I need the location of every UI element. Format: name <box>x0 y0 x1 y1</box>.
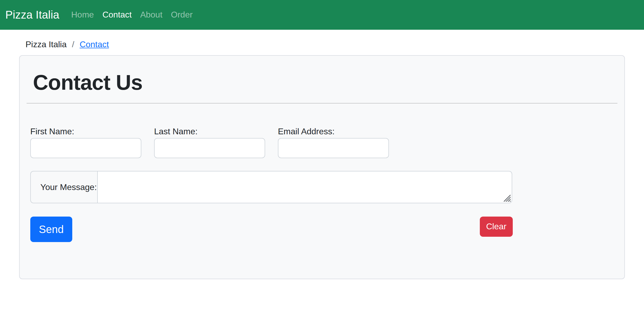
first-name-input[interactable] <box>30 138 141 158</box>
message-textarea[interactable] <box>97 171 512 203</box>
name-email-row: First Name: Last Name: Email Address: <box>30 125 624 158</box>
buttons-row: Send Clear <box>30 217 513 242</box>
resize-handle-icon[interactable] <box>504 195 511 202</box>
breadcrumb-separator: / <box>72 38 74 51</box>
first-name-label: First Name: <box>30 125 141 138</box>
nav-link-about[interactable]: About <box>136 6 167 24</box>
breadcrumb: Pizza Italia / Contact <box>19 38 625 51</box>
message-textarea-wrap <box>97 171 512 203</box>
contact-card: Contact Us First Name: Last Name: Email … <box>19 55 625 279</box>
message-label: Your Message: <box>30 171 98 203</box>
breadcrumb-current-link[interactable]: Contact <box>80 38 109 51</box>
last-name-input[interactable] <box>154 138 265 158</box>
page: Pizza Italia Home Contact About Order Pi… <box>0 0 644 336</box>
contact-form: First Name: Last Name: Email Address: Yo… <box>20 125 624 242</box>
nav-link-home[interactable]: Home <box>67 6 98 24</box>
nav-item-contact: Contact <box>98 6 136 24</box>
nav-item-about: About <box>136 6 167 24</box>
email-group: Email Address: <box>278 125 389 158</box>
breadcrumb-root: Pizza Italia <box>26 38 67 51</box>
send-button[interactable]: Send <box>30 217 72 242</box>
nav-link-contact[interactable]: Contact <box>98 6 136 24</box>
nav-link-order[interactable]: Order <box>167 6 197 24</box>
email-label: Email Address: <box>278 125 389 138</box>
message-group: Your Message: <box>30 171 624 203</box>
navbar-brand[interactable]: Pizza Italia <box>5 0 59 30</box>
navbar: Pizza Italia Home Contact About Order <box>0 0 644 30</box>
clear-button[interactable]: Clear <box>480 217 513 237</box>
last-name-group: Last Name: <box>154 125 265 158</box>
navbar-links: Home Contact About Order <box>67 0 197 30</box>
email-input[interactable] <box>278 138 389 158</box>
nav-item-order: Order <box>167 6 197 24</box>
page-title: Contact Us <box>33 70 612 95</box>
last-name-label: Last Name: <box>154 125 265 138</box>
nav-item-home: Home <box>67 6 98 24</box>
title-divider <box>27 103 617 104</box>
first-name-group: First Name: <box>30 125 141 158</box>
